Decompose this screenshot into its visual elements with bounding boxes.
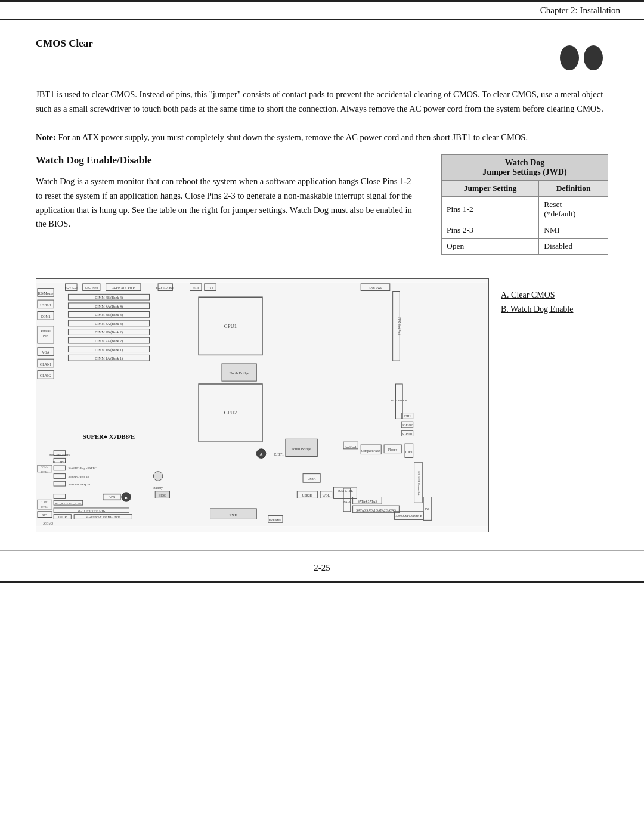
svg-text:Fan3Fan4: Fan3Fan4 (345, 445, 357, 448)
svg-text:North Bridge: North Bridge (229, 371, 249, 375)
svg-text:VGA: VGA (42, 351, 49, 354)
svg-text:4-Pin PWR: 4-Pin PWR (85, 286, 98, 289)
svg-text:UA3: UA3 (208, 286, 213, 289)
bottom-border (0, 581, 644, 583)
svg-text:1-pin PWR: 1-pin PWR (368, 286, 383, 289)
svg-text:B: B (125, 496, 128, 500)
svg-text:USBA: USBA (307, 477, 315, 481)
header-bar: Chapter 2: Installation (0, 0, 644, 20)
svg-text:VGA: VGA (41, 466, 48, 469)
content-area: CMOS Clear JBT1 is used to clear CMOS. I… (0, 38, 644, 532)
header-title: Chapter 2: Installation (540, 5, 620, 16)
svg-text:DIMM 4B (Bank 4): DIMM 4B (Bank 4) (95, 296, 123, 300)
svg-text:CJBT1: CJBT1 (274, 453, 284, 456)
svg-text:SIO: SIO (42, 513, 47, 516)
svg-text:LAN: LAN (42, 501, 48, 504)
svg-text:Port: Port (43, 334, 48, 337)
footer: 2-25 (0, 550, 644, 579)
motherboard-svg: KB/Mouse USB0/1 COM1 Parallel Port VGA (36, 279, 488, 529)
svg-text:Fan4 Fan5 PSP: Fan4 Fan5 PSP (156, 286, 174, 289)
svg-text:DIMM 3A (Bank 3): DIMM 3A (Bank 3) (95, 322, 123, 326)
page-container: Chapter 2: Installation CMOS Clear JBT1 … (0, 0, 644, 833)
table-header: Watch Dog Jumper Settings (JWD) (442, 154, 608, 180)
svg-text:IDE1: IDE1 (405, 450, 413, 453)
svg-text:Compact Flash: Compact Flash (361, 448, 380, 452)
svg-text:Fan2 Fan3: Fan2 Fan3 (65, 286, 78, 289)
diagram-section: KB/Mouse USB0/1 COM1 Parallel Port VGA (36, 278, 608, 532)
svg-text:SATA0  SATA1  SATA2  SATA3: SATA0 SATA1 SATA2 SATA3 (356, 508, 396, 512)
svg-text:SCSI CTRL: SCSI CTRL (338, 488, 353, 492)
svg-point-66 (153, 471, 163, 481)
svg-text:DIMM 2A (Bank 2): DIMM 2A (Bank 2) (95, 339, 123, 343)
svg-text:BKB  SMB: BKB SMB (269, 519, 281, 522)
table-cell: Pins 1-2 (442, 196, 539, 222)
svg-text:GLAN1: GLAN1 (40, 363, 51, 366)
svg-text:Slot7 SMLP/PH6: Slot7 SMLP/PH6 (49, 453, 70, 456)
table-cell: Open (442, 238, 539, 254)
svg-text:DIMM 3B (Bank 3): DIMM 3B (Bank 3) (95, 313, 123, 317)
diagram-labels: A. Clear CMOS B. Watch Dog Enable (501, 278, 608, 319)
svg-text:JCOM2: JCOM2 (43, 522, 53, 525)
svg-text:UAB: UAB (193, 286, 199, 289)
table-cell: NMI (539, 222, 608, 238)
watchdog-title: Watch Dog Enable/Disable (36, 154, 417, 166)
table-row: Pins 1-2 Reset(*default) (442, 196, 608, 222)
note-body: For an ATX power supply, you must comple… (56, 132, 528, 142)
cmos-body-text: JBT1 is used to clear CMOS. Instead of p… (36, 89, 603, 113)
table-row: Pins 2-3 NMI (442, 222, 608, 238)
svg-text:SATA: SATA (343, 500, 351, 503)
svg-text:JWOR: JWOR (58, 515, 67, 519)
svg-text:320 SCSI Channel B: 320 SCSI Channel B (396, 514, 423, 518)
label-a: A. Clear CMOS (501, 290, 608, 300)
svg-text:Slot8 PCI-Exp x8 SEPC: Slot8 PCI-Exp x8 SEPC (68, 467, 96, 470)
svg-text:CPU2: CPU2 (224, 410, 237, 416)
svg-text:DIMM 4A (Bank 4): DIMM 4A (Bank 4) (95, 304, 123, 308)
svg-text:PXH: PXH (230, 512, 238, 516)
svg-text:IE___JPG1: IE___JPG1 (53, 460, 67, 463)
svg-text:DIMM 1B (Bank 1): DIMM 1B (Bank 1) (95, 348, 123, 352)
watchdog-text: Watch Dog Enable/Disable Watch Dog is a … (36, 154, 417, 255)
table-cell: Pins 2-3 (442, 222, 539, 238)
watchdog-table-area: Watch Dog Jumper Settings (JWD) Jumper S… (441, 154, 608, 255)
svg-text:Slot9 PCI-Exp x8: Slot9 PCI-Exp x8 (68, 475, 89, 478)
col-header-1: Jumper Setting (442, 180, 539, 196)
svg-text:DIMM 1A (Bank 1): DIMM 1A (Bank 1) (95, 357, 123, 361)
svg-text:DIMM 2B (Bank 2): DIMM 2B (Bank 2) (95, 330, 123, 335)
table-cell: Reset(*default) (539, 196, 608, 222)
table-row: Open Disabled (442, 238, 608, 254)
cmos-pads-image (555, 34, 608, 82)
svg-text:JWD: JWD (108, 496, 115, 499)
svg-text:DA: DA (425, 507, 430, 511)
svg-text:A: A (260, 452, 263, 456)
label-b: B. Watch Dog Enable (501, 305, 608, 314)
svg-text:SATA4  SATA5: SATA4 SATA5 (358, 500, 377, 503)
page-number: 2-25 (314, 563, 330, 572)
svg-text:USB2B: USB2B (302, 493, 312, 497)
svg-text:JPL_B  225  JPL_A  227: JPL_B 225 JPL_A 227 (55, 502, 82, 505)
svg-text:CTRL: CTRL (41, 470, 48, 473)
svg-text:FPZ Slot Port: FPZ Slot Port (398, 317, 401, 335)
cmos-body: JBT1 is used to clear CMOS. Instead of p… (36, 88, 608, 145)
svg-text:Slot12 PCI-X 100 MHz ZCR: Slot12 PCI-X 100 MHz ZCR (86, 516, 120, 519)
cmos-image-area (36, 34, 608, 82)
svg-text:320 SCSI Channel A: 320 SCSI Channel A (417, 471, 420, 496)
watchdog-table: Watch Dog Jumper Settings (JWD) Jumper S… (441, 154, 608, 255)
pad-right (584, 45, 603, 70)
watchdog-body: Watch Dog is a system monitor that can r… (36, 175, 417, 232)
svg-text:Parallel: Parallel (41, 329, 51, 333)
svg-text:WOL: WOL (323, 494, 330, 497)
pad-left (560, 45, 579, 70)
svg-text:24-Pin ATX PWR: 24-Pin ATX PWR (112, 286, 135, 289)
svg-text:KB/Mouse: KB/Mouse (38, 292, 54, 295)
svg-text:CPU1: CPU1 (224, 323, 237, 329)
svg-text:USB0/1: USB0/1 (40, 303, 51, 306)
svg-text:Battery: Battery (153, 486, 163, 490)
svg-text:Floppy: Floppy (388, 447, 397, 451)
svg-text:COM1: COM1 (41, 315, 50, 318)
svg-text:PCI/LED/PW: PCI/LED/PW (391, 399, 407, 402)
svg-text:BIOS: BIOS (159, 494, 166, 497)
svg-text:SGPIO1: SGPIO1 (402, 432, 413, 435)
svg-text:CTRL: CTRL (41, 506, 48, 509)
col-header-2: Definition (539, 180, 608, 196)
diagram-container: KB/Mouse USB0/1 COM1 Parallel Port VGA (36, 278, 489, 532)
